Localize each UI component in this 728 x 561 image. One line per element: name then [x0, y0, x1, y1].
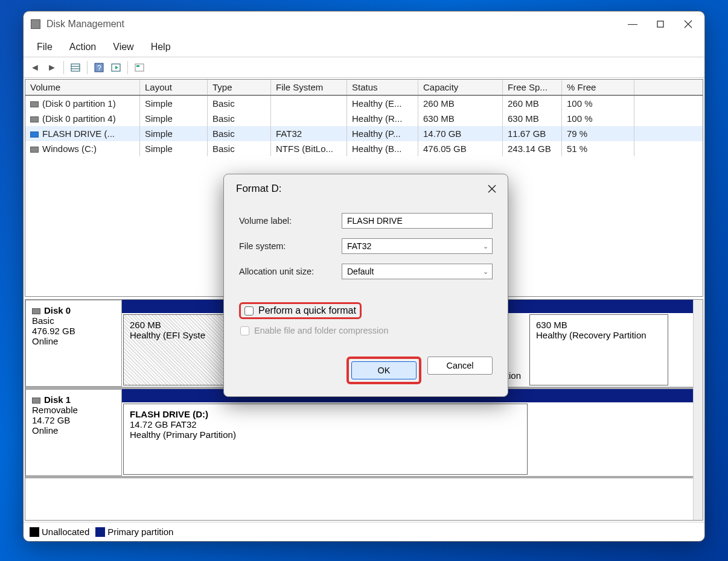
col-type[interactable]: Type [208, 80, 271, 95]
partition-box[interactable]: 630 MBHealthy (Recovery Partition [529, 314, 668, 385]
col-layout[interactable]: Layout [140, 80, 208, 95]
menu-action[interactable]: Action [61, 39, 104, 55]
cancel-button[interactable]: Cancel [427, 357, 493, 375]
volume-label-input[interactable] [342, 213, 493, 229]
window-title: Disk Management [46, 19, 619, 30]
help-icon[interactable]: ? [91, 60, 107, 75]
partition-box[interactable]: FLASH DRIVE (D:)14.72 GB FAT32Healthy (P… [123, 404, 528, 475]
minimize-button[interactable]: — [619, 13, 647, 35]
chevron-down-icon: ⌄ [483, 242, 488, 250]
refresh-icon[interactable] [108, 60, 124, 75]
menu-view[interactable]: View [104, 39, 142, 55]
menubar: File Action View Help [24, 37, 704, 57]
toolbar: ◄ ► ? [24, 57, 704, 78]
app-icon [31, 19, 40, 29]
ok-button[interactable]: OK [351, 361, 417, 379]
legend-primary: Primary partition [107, 527, 173, 537]
ok-highlight: OK [346, 357, 421, 384]
partition-box[interactable]: 260 MBHealthy (EFI Syste [123, 314, 238, 385]
maximize-button[interactable] [647, 13, 674, 35]
filesystem-lbl: File system: [239, 241, 342, 251]
col-filesystem[interactable]: File System [271, 80, 347, 95]
compression-checkbox [240, 326, 249, 335]
table-row[interactable]: (Disk 0 partition 4)SimpleBasicHealthy (… [25, 111, 703, 126]
svg-rect-10 [135, 64, 144, 71]
table-row[interactable]: (Disk 0 partition 1)SimpleBasicHealthy (… [25, 96, 703, 111]
close-button[interactable] [674, 13, 702, 35]
titlebar: Disk Management — [24, 11, 704, 37]
col-freespace[interactable]: Free Sp... [503, 80, 562, 95]
svg-rect-3 [71, 64, 80, 71]
compression-label: Enable file and folder compression [254, 326, 388, 335]
svg-rect-0 [657, 21, 663, 27]
col-capacity[interactable]: Capacity [418, 80, 503, 95]
quick-format-checkbox[interactable] [244, 306, 254, 315]
svg-rect-11 [136, 65, 139, 67]
back-icon[interactable]: ◄ [27, 60, 43, 75]
forward-icon[interactable]: ► [44, 60, 60, 75]
format-dialog: Format D: Volume label: File system: FAT… [223, 174, 508, 397]
col-volume[interactable]: Volume [25, 80, 140, 95]
legend-unallocated: Unallocated [42, 527, 89, 537]
table-view-icon[interactable] [68, 60, 83, 75]
svg-text:?: ? [97, 64, 101, 72]
table-row[interactable]: Windows (C:)SimpleBasicNTFS (BitLo...Hea… [25, 141, 703, 156]
dialog-title: Format D: [236, 183, 484, 195]
scrollbar[interactable] [693, 300, 703, 520]
allocation-lbl: Allocation unit size: [239, 267, 342, 276]
col-status[interactable]: Status [347, 80, 418, 95]
table-row[interactable]: FLASH DRIVE (...SimpleBasicFAT32Healthy … [25, 126, 703, 141]
volume-label-lbl: Volume label: [239, 216, 342, 226]
legend: Unallocated Primary partition [24, 522, 704, 541]
quick-format-highlight: Perform a quick format [239, 302, 362, 319]
quick-format-label: Perform a quick format [258, 305, 356, 316]
dialog-close-icon[interactable] [484, 180, 500, 197]
allocation-combo[interactable]: Default⌄ [342, 264, 493, 279]
menu-help[interactable]: Help [142, 39, 179, 55]
disk-row: Disk 1Removable14.72 GBOnlineFLASH DRIVE… [25, 389, 703, 478]
svg-marker-9 [115, 66, 118, 69]
chevron-down-icon: ⌄ [483, 268, 488, 276]
filesystem-combo[interactable]: FAT32⌄ [342, 238, 493, 254]
col-pctfree[interactable]: % Free [562, 80, 634, 95]
grid-header: Volume Layout Type File System Status Ca… [25, 80, 703, 96]
properties-icon[interactable] [132, 60, 147, 75]
menu-file[interactable]: File [28, 39, 61, 55]
